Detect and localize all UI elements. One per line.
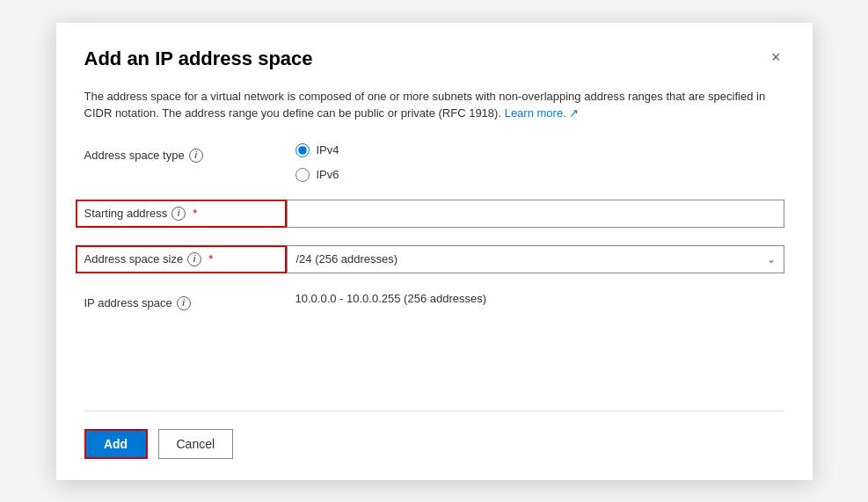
address-space-type-row: Address space type i IPv4 IPv6 xyxy=(84,143,784,182)
cancel-button[interactable]: Cancel xyxy=(158,429,234,459)
ip-address-space-label: IP address space i xyxy=(84,291,295,310)
address-space-size-control: /24 (256 addresses) /23 (512 addresses) … xyxy=(287,245,784,273)
address-space-type-info-icon[interactable]: i xyxy=(189,149,203,163)
description-text: The address space for a virtual network … xyxy=(84,88,784,122)
ip-address-space-value: 10.0.0.0 - 10.0.0.255 (256 addresses) xyxy=(295,291,784,305)
dialog-title: Add an IP address space xyxy=(84,47,313,70)
ipv4-radio[interactable] xyxy=(295,143,310,157)
address-space-type-radio-group: IPv4 IPv6 xyxy=(295,143,784,182)
ipv6-option[interactable]: IPv6 xyxy=(295,168,784,182)
dialog-header: Add an IP address space × xyxy=(84,47,784,70)
ipv4-option[interactable]: IPv4 xyxy=(295,143,784,157)
ip-address-space-info-icon[interactable]: i xyxy=(177,296,191,310)
add-ip-address-space-dialog: Add an IP address space × The address sp… xyxy=(56,23,813,480)
footer-divider xyxy=(84,411,784,411)
dialog-footer: Add Cancel xyxy=(84,429,784,459)
starting-address-input[interactable]: 10.0.0.0 xyxy=(287,200,784,228)
learn-more-link[interactable]: Learn more. ↗ xyxy=(505,106,580,120)
form-section: Address space type i IPv4 IPv6 xyxy=(84,143,784,389)
address-space-size-label: Address space size i * xyxy=(76,245,287,273)
starting-address-control: 10.0.0.0 xyxy=(287,200,784,228)
starting-address-label: Starting address i * xyxy=(76,200,287,228)
address-space-size-row: Address space size i * /24 (256 addresse… xyxy=(84,245,784,273)
address-space-size-info-icon[interactable]: i xyxy=(187,252,201,266)
starting-address-row: Starting address i * 10.0.0.0 xyxy=(84,200,784,228)
add-button[interactable]: Add xyxy=(84,429,148,459)
address-space-size-required: * xyxy=(208,252,213,266)
ip-address-space-row: IP address space i 10.0.0.0 - 10.0.0.255… xyxy=(84,291,784,310)
ipv6-radio[interactable] xyxy=(295,168,310,182)
address-space-size-select[interactable]: /24 (256 addresses) /23 (512 addresses) … xyxy=(287,245,784,273)
starting-address-required: * xyxy=(193,207,197,220)
close-button[interactable]: × xyxy=(768,47,784,67)
external-link-icon: ↗ xyxy=(569,106,579,120)
address-space-type-label: Address space type i xyxy=(84,143,295,163)
starting-address-info-icon[interactable]: i xyxy=(171,207,186,221)
address-space-type-control: IPv4 IPv6 xyxy=(295,143,784,182)
address-space-size-select-wrapper: /24 (256 addresses) /23 (512 addresses) … xyxy=(287,245,784,273)
